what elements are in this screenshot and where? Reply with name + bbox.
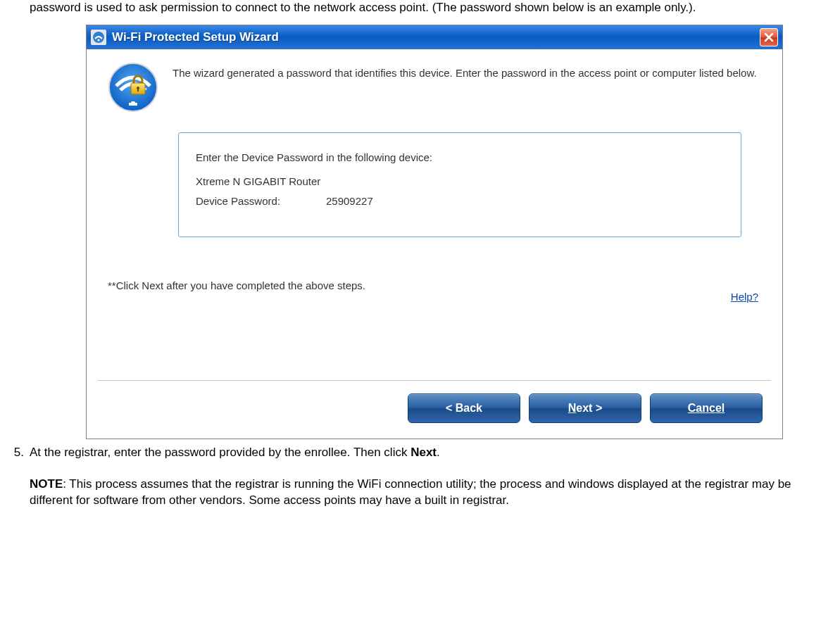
step-5: 5. At the registrar, enter the password … [8,445,832,461]
back-button[interactable]: < Back [408,393,520,423]
step-text-before: At the registrar, enter the password pro… [30,446,410,459]
step-text-after: . [437,446,440,459]
step-bold-next: Next [410,446,437,459]
next-button[interactable]: Next > [529,393,641,423]
note-paragraph: NOTE: This process assumes that the regi… [30,477,832,509]
wizard-next-note: **Click Next after you have completed th… [108,279,761,291]
device-password-row: Device Password: 25909227 [196,192,724,210]
close-icon [764,32,774,42]
wizard-title: Wi-Fi Protected Setup Wizard [112,30,760,44]
titlebar-app-icon [91,30,106,45]
device-name: Xtreme N GIGABIT Router [196,172,724,191]
device-box-title: Enter the Device Password in the followi… [196,149,724,167]
wizard-footer: < Back Next > Cancel [98,380,771,439]
wifi-lock-icon [108,62,158,113]
next-button-underline: N [568,402,577,415]
help-link[interactable]: Help? [731,291,758,303]
cancel-button-label: Cancel [688,402,725,415]
note-text: : This process assumes that the registra… [30,477,791,507]
device-password-box: Enter the Device Password in the followi… [178,132,741,237]
step-number: 5. [8,445,24,461]
svg-rect-7 [137,89,139,92]
wizard-body: The wizard generated a password that ide… [87,49,782,380]
back-button-label: < Back [446,402,482,415]
wizard-titlebar: Wi-Fi Protected Setup Wizard [87,25,782,49]
wizard-window: Wi-Fi Protected Setup Wizard [86,25,783,439]
svg-point-2 [98,39,100,41]
wizard-instruction: The wizard generated a password that ide… [173,62,757,80]
close-button[interactable] [760,28,778,46]
cancel-button[interactable]: Cancel [650,393,763,423]
device-password-value: 25909227 [326,192,373,210]
next-button-rest: ext > [576,402,602,415]
device-password-label: Device Password: [196,192,326,210]
note-label: NOTE [30,477,63,491]
intro-paragraph: password is used to ask permission to co… [30,0,832,16]
